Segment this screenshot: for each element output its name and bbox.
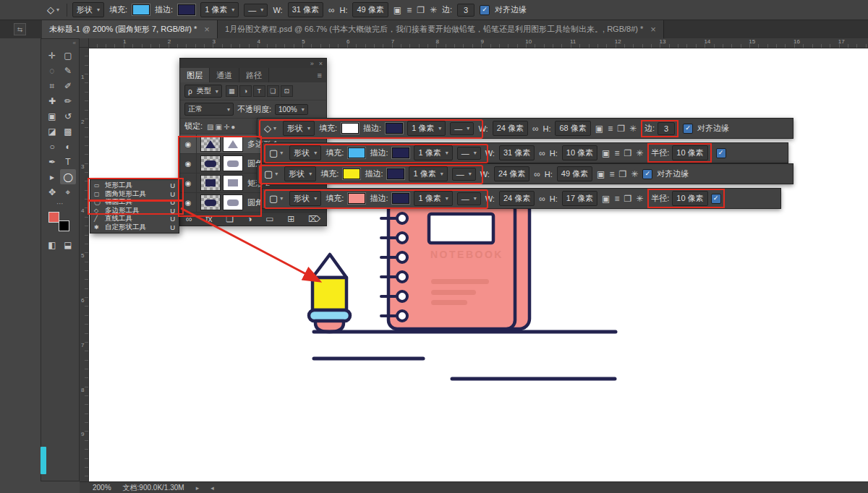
flyout-item[interactable]: ✱自定形状工具U [90, 223, 179, 232]
align-edges-checkbox[interactable]: ✓ [716, 148, 726, 158]
tab-layers[interactable]: 图层 [180, 68, 210, 82]
line-style-dropdown[interactable]: —▾ [457, 192, 481, 205]
toolbar-more-icon[interactable]: ⋯ [41, 200, 79, 209]
shape-mode-dropdown[interactable]: 形状▾ [284, 166, 316, 181]
zoom-level[interactable]: 200% [93, 484, 111, 492]
healing-tool[interactable]: ✚ [44, 93, 60, 108]
stamp-tool[interactable]: ▣ [44, 108, 60, 124]
zoom-tool[interactable]: ⌖ [60, 184, 76, 200]
shape-mode-dropdown[interactable]: 形状▾ [283, 121, 315, 136]
pixel-filter-icon[interactable]: ▦ [226, 85, 238, 97]
height-field[interactable]: 49 像素 [557, 166, 592, 181]
type-filter-icon[interactable]: T [253, 85, 265, 97]
sides-field[interactable]: 3 [658, 122, 675, 135]
status-arrow-icon[interactable]: ▸ [196, 484, 200, 492]
shape-mode-dropdown[interactable]: 形状 ▾ [72, 2, 104, 17]
path-select-tool[interactable]: ▸ [44, 169, 60, 184]
width-field[interactable]: 31 像素 [499, 145, 535, 160]
arrange-icon[interactable]: ❐ [617, 124, 625, 133]
width-field[interactable]: 24 像素 [494, 166, 529, 181]
marquee-tool[interactable]: ▢ [60, 48, 76, 63]
dodge-tool[interactable]: ◐ [60, 139, 76, 154]
eyedropper-tool[interactable]: ✐ [60, 78, 76, 93]
width-field[interactable]: 24 像素 [499, 191, 535, 206]
stroke-swatch[interactable] [178, 4, 195, 15]
fill-swatch[interactable] [343, 168, 360, 179]
foreground-swatch[interactable] [48, 212, 59, 223]
flyout-item[interactable]: ▢圆角矩形工具U [90, 190, 179, 199]
stroke-swatch[interactable] [392, 193, 409, 204]
filter-type-dropdown[interactable]: ρ 类型 ▾ [184, 85, 222, 98]
stroke-swatch[interactable] [387, 168, 404, 179]
smart-filter-icon[interactable]: ⊡ [281, 85, 293, 97]
path-operations-icon[interactable]: ▣ [595, 124, 603, 133]
gear-icon[interactable]: ✳ [636, 149, 643, 158]
link-dimensions-icon[interactable]: ∞ [539, 149, 545, 158]
link-dimensions-icon[interactable]: ∞ [328, 6, 335, 14]
radius-field[interactable]: 10 像素 [672, 145, 707, 160]
flyout-item[interactable]: ◇多边形工具U [90, 207, 179, 215]
line-style-dropdown[interactable]: — ▾ [244, 4, 268, 17]
shape-tool[interactable]: ◯ [60, 169, 76, 184]
height-field[interactable]: 10 像素 [562, 145, 597, 160]
align-icon[interactable]: ≡ [614, 149, 619, 158]
status-arrow-icon[interactable]: ◂ [210, 484, 214, 492]
link-layers-icon[interactable]: ∞ [186, 215, 192, 223]
visibility-eye-icon[interactable]: ◉ [180, 154, 197, 173]
align-edges-checkbox[interactable]: ✓ [683, 124, 693, 134]
shape-filter-icon[interactable]: ❏ [267, 85, 279, 97]
align-icon[interactable]: ≡ [614, 194, 619, 203]
path-operations-icon[interactable]: ▣ [602, 149, 610, 158]
visibility-eye-icon[interactable]: ◉ [180, 193, 197, 212]
path-operations-icon[interactable]: ▣ [597, 170, 605, 179]
width-field[interactable]: 24 像素 [493, 121, 528, 136]
adjustment-filter-icon[interactable]: ◑ [239, 85, 252, 97]
panel-close-icon[interactable]: × [319, 60, 323, 67]
align-edges-checkbox[interactable]: ✓ [642, 169, 652, 179]
shape-mode-dropdown[interactable]: 形状▾ [289, 191, 321, 206]
type-tool[interactable]: T [60, 154, 76, 169]
height-field[interactable]: 68 像素 [555, 121, 590, 136]
toolbar-collapse-icon[interactable]: « [41, 39, 79, 47]
gradient-tool[interactable]: ▩ [60, 124, 76, 139]
stroke-width-dropdown[interactable]: 1 像素 ▾ [200, 2, 239, 17]
gear-icon[interactable]: ✳ [430, 6, 437, 14]
arrange-icon[interactable]: ❐ [624, 194, 631, 203]
stroke-width-dropdown[interactable]: 1 像素▾ [414, 191, 452, 206]
tab-paths[interactable]: 路径 [239, 68, 269, 82]
align-edges-checkbox[interactable]: ✓ [480, 5, 490, 15]
document-tab-1[interactable]: 未标题-1 @ 200% (圆角矩形 7, RGB/8#) * × [42, 20, 218, 38]
gear-icon[interactable]: ✳ [636, 194, 643, 203]
blur-tool[interactable]: ○ [44, 139, 60, 154]
layer-style-icon[interactable]: fx [205, 215, 212, 223]
stroke-width-dropdown[interactable]: 1 像素▾ [414, 145, 452, 160]
quick-mask-icon[interactable]: ◧ [44, 237, 60, 252]
line-style-dropdown[interactable]: —▾ [450, 122, 474, 135]
height-field[interactable]: 17 像素 [562, 191, 597, 206]
screen-mode-icon[interactable]: ⬓ [60, 237, 76, 252]
lock-all-icon[interactable]: ● [231, 123, 235, 131]
panel-collapse-icon[interactable]: » [310, 60, 314, 67]
close-icon[interactable]: × [204, 24, 210, 35]
path-operations-icon[interactable]: ▣ [393, 6, 401, 14]
eraser-tool[interactable]: ◪ [44, 124, 60, 139]
align-icon[interactable]: ≡ [609, 170, 614, 179]
fill-swatch[interactable] [132, 4, 150, 15]
background-swatch[interactable] [59, 220, 69, 231]
arrange-icon[interactable]: ❐ [618, 170, 626, 179]
visibility-eye-icon[interactable]: ◉ [180, 134, 197, 153]
delete-layer-icon[interactable]: ⌦ [308, 215, 320, 223]
new-layer-icon[interactable]: ⊞ [287, 215, 294, 223]
stroke-width-dropdown[interactable]: 1 像素▾ [409, 166, 447, 181]
line-style-dropdown[interactable]: —▾ [457, 147, 481, 160]
align-edges-checkbox[interactable]: ✓ [711, 194, 721, 204]
height-field[interactable]: 49 像素 [352, 2, 388, 17]
radius-field[interactable]: 10 像素 [672, 191, 707, 206]
stroke-width-dropdown[interactable]: 1 像素▾ [407, 121, 446, 136]
link-dimensions-icon[interactable]: ∞ [534, 170, 540, 179]
fill-swatch[interactable] [348, 147, 365, 158]
pen-tool[interactable]: ✒ [44, 154, 60, 169]
layer-mask-icon[interactable]: ❏ [226, 215, 234, 223]
width-field[interactable]: 31 像素 [288, 2, 323, 17]
align-icon[interactable]: ≡ [407, 6, 412, 14]
